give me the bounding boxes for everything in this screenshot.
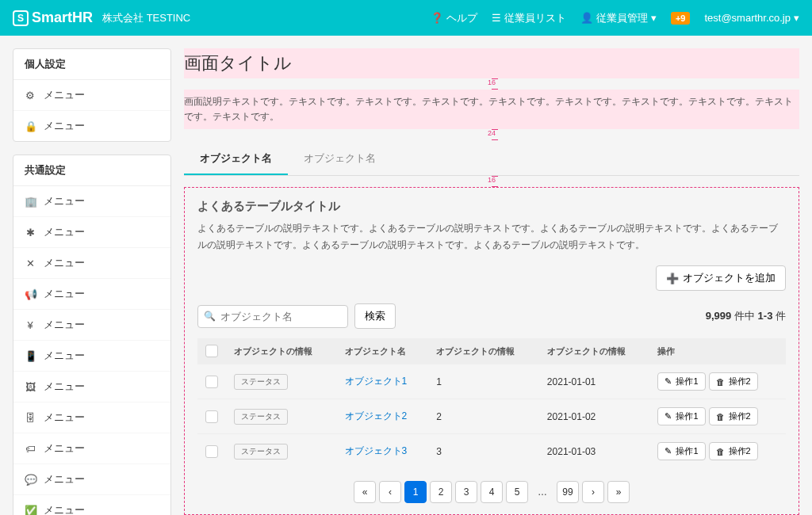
sidebar-common-10[interactable]: ✅メニュー — [13, 495, 170, 515]
sidebar-common-5[interactable]: 📱メニュー — [13, 341, 170, 372]
action2-button[interactable]: 🗑 操作2 — [709, 372, 758, 391]
trash-icon: 🗑 — [716, 412, 725, 422]
action1-button[interactable]: ✎ 操作1 — [657, 442, 705, 460]
sidebar-item-label: メニュー — [44, 410, 85, 425]
search-button[interactable]: 検索 — [354, 303, 396, 329]
object-link[interactable]: オブジェクト1 — [345, 376, 408, 387]
pagination: « ‹ 12345…99 › » — [197, 481, 786, 503]
col-info2: オブジェクトの情報 — [428, 338, 539, 364]
cell-info: 1 — [428, 364, 539, 399]
search-wrapper: 🔍 — [197, 305, 348, 328]
menu-icon: 💬 — [25, 474, 36, 486]
table-row: ステータス オブジェクト1 1 2021-01-01 ✎ 操作1 🗑 操作2 — [197, 364, 786, 399]
person-icon: 👤 — [580, 12, 593, 24]
action2-button[interactable]: 🗑 操作2 — [709, 442, 758, 460]
sidebar-common-0[interactable]: 🏢メニュー — [13, 186, 170, 217]
page-number: … — [531, 481, 553, 503]
trash-icon: 🗑 — [716, 447, 725, 456]
plus-icon: ➕ — [666, 273, 679, 284]
panel-description: よくあるテーブルの説明テキストです。よくあるテーブルの説明テキストです。よくある… — [197, 220, 786, 253]
sidebar-common-3[interactable]: 📢メニュー — [13, 279, 170, 310]
chevron-down-icon: ▾ — [651, 12, 657, 24]
page-prev[interactable]: ‹ — [379, 481, 401, 503]
page-number[interactable]: 5 — [506, 481, 528, 503]
sidebar-item-label: メニュー — [44, 318, 85, 332]
page-last[interactable]: » — [607, 481, 630, 503]
sidebar-item-label: メニュー — [44, 225, 85, 239]
sidebar-common-title: 共通設定 — [13, 155, 170, 186]
cell-info: 2 — [428, 399, 539, 434]
employee-mgmt-dropdown[interactable]: 👤従業員管理 ▾ — [580, 11, 657, 25]
page-number[interactable]: 1 — [404, 481, 427, 503]
object-table: オブジェクトの情報 オブジェクト名 オブジェクトの情報 オブジェクトの情報 操作… — [197, 338, 786, 468]
sidebar-common-1[interactable]: ✱メニュー — [13, 217, 170, 248]
search-icon: 🔍 — [204, 311, 216, 322]
sidebar-personal-section: 個人設定 ⚙メニュー🔒メニュー — [13, 48, 171, 142]
page-description: 画面説明テキストです。テキストです。テキストです。テキストです。テキストです。テ… — [184, 90, 799, 129]
menu-icon: ✅ — [25, 505, 36, 516]
spacing-marker: 24 — [184, 129, 799, 140]
sidebar-common-2[interactable]: ✕メニュー — [13, 248, 170, 279]
page-next[interactable]: › — [582, 481, 604, 503]
page-number[interactable]: 4 — [481, 481, 503, 503]
sidebar-common-9[interactable]: 💬メニュー — [13, 464, 170, 495]
add-object-button[interactable]: ➕ オブジェクトを追加 — [656, 265, 786, 291]
company-name: 株式会社 TESTINC — [102, 11, 190, 25]
spacing-marker: 16 — [184, 78, 799, 90]
sidebar-item-label: メニュー — [44, 472, 85, 486]
sidebar-item-label: メニュー — [44, 194, 85, 208]
action2-button[interactable]: 🗑 操作2 — [709, 407, 758, 425]
menu-icon: ✱ — [25, 227, 36, 238]
action1-button[interactable]: ✎ 操作1 — [657, 372, 705, 391]
sidebar-item-label: メニュー — [44, 503, 85, 515]
page-number[interactable]: 99 — [557, 481, 579, 503]
sidebar-item-label: メニュー — [44, 88, 85, 102]
page-first[interactable]: « — [354, 481, 376, 503]
sidebar-common-4[interactable]: ¥メニュー — [13, 310, 170, 341]
notification-badge[interactable]: +9 — [671, 12, 691, 25]
cell-info: 3 — [428, 434, 539, 469]
brand-logo[interactable]: S SmartHR — [13, 10, 93, 26]
col-action: 操作 — [649, 338, 786, 364]
page-number[interactable]: 2 — [430, 481, 452, 503]
menu-icon: ✕ — [25, 258, 36, 269]
sidebar-common-7[interactable]: 🗄メニュー — [13, 402, 170, 433]
search-input[interactable] — [197, 305, 348, 328]
tab-object-1[interactable]: オブジェクト名 — [184, 143, 288, 175]
menu-icon: 🏷 — [25, 443, 36, 455]
object-link[interactable]: オブジェクト3 — [345, 445, 408, 456]
sidebar-common-8[interactable]: 🏷メニュー — [13, 433, 170, 464]
sidebar-personal-0[interactable]: ⚙メニュー — [13, 80, 170, 111]
row-checkbox[interactable] — [205, 445, 218, 458]
col-info3: オブジェクトの情報 — [539, 338, 650, 364]
sidebar-personal-title: 個人設定 — [13, 49, 170, 80]
page-number[interactable]: 3 — [455, 481, 477, 503]
sidebar-item-label: メニュー — [44, 256, 85, 270]
row-checkbox[interactable] — [205, 410, 218, 423]
tab-object-2[interactable]: オブジェクト名 — [288, 143, 392, 175]
sidebar-personal-1[interactable]: 🔒メニュー — [13, 111, 170, 141]
menu-icon: ⚙ — [25, 90, 36, 101]
object-link[interactable]: オブジェクト2 — [345, 410, 408, 422]
help-link[interactable]: ❓ヘルプ — [431, 11, 477, 25]
status-badge: ステータス — [234, 444, 288, 460]
employee-list-link[interactable]: ☰従業員リスト — [492, 11, 566, 25]
col-name: オブジェクト名 — [337, 338, 429, 364]
cell-date: 2021-01-02 — [539, 399, 650, 434]
action1-button[interactable]: ✎ 操作1 — [657, 407, 705, 425]
sidebar-item-label: メニュー — [44, 349, 85, 363]
select-all-checkbox[interactable] — [205, 345, 218, 357]
row-checkbox[interactable] — [205, 376, 218, 388]
spacing-marker: 16 — [184, 176, 799, 187]
pencil-icon: ✎ — [665, 376, 672, 387]
logo-icon: S — [13, 10, 29, 26]
sidebar-common-6[interactable]: 🖼メニュー — [13, 372, 170, 402]
status-badge: ステータス — [234, 374, 288, 390]
user-menu[interactable]: test@smarthr.co.jp ▾ — [704, 12, 799, 24]
menu-icon: 📢 — [25, 288, 36, 300]
table-row: ステータス オブジェクト2 2 2021-01-02 ✎ 操作1 🗑 操作2 — [197, 399, 786, 434]
menu-icon: 📱 — [25, 350, 36, 362]
trash-icon: 🗑 — [716, 377, 725, 387]
sidebar-item-label: メニュー — [44, 441, 85, 456]
menu-icon: 🗄 — [25, 412, 36, 424]
